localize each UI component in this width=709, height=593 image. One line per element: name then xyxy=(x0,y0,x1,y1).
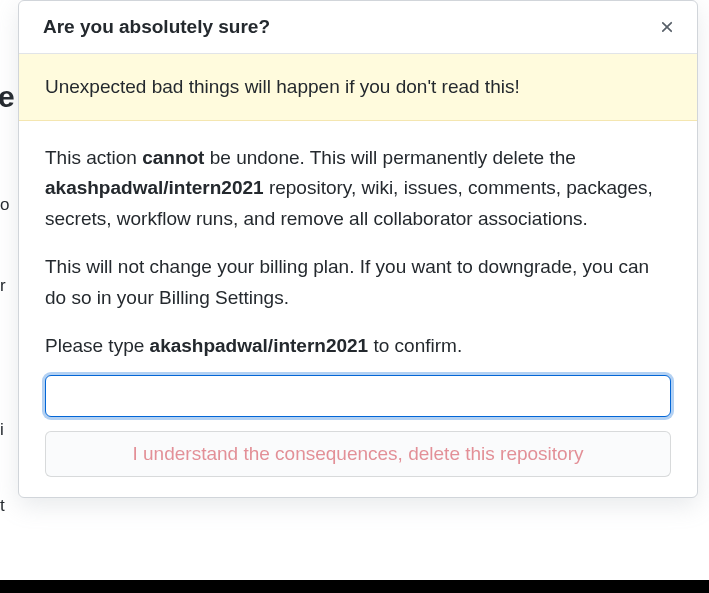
modal-body: This action cannot be undone. This will … xyxy=(19,121,697,497)
repo-name: akashpadwal/intern2021 xyxy=(45,177,264,198)
confirm-repo-name: akashpadwal/intern2021 xyxy=(150,335,369,356)
confirm-prompt: Please type akashpadwal/intern2021 to co… xyxy=(45,331,671,361)
close-icon xyxy=(658,18,676,36)
billing-note: This will not change your billing plan. … xyxy=(45,252,671,313)
warning-banner: Unexpected bad things will happen if you… xyxy=(19,54,697,121)
delete-repo-modal: Are you absolutely sure? Unexpected bad … xyxy=(18,0,698,498)
modal-header: Are you absolutely sure? xyxy=(19,1,697,54)
delete-repository-button[interactable]: I understand the consequences, delete th… xyxy=(45,431,671,477)
close-button[interactable] xyxy=(655,15,679,39)
confirm-input[interactable] xyxy=(45,375,671,417)
consequence-text: This action cannot be undone. This will … xyxy=(45,143,671,234)
modal-title: Are you absolutely sure? xyxy=(43,16,270,38)
